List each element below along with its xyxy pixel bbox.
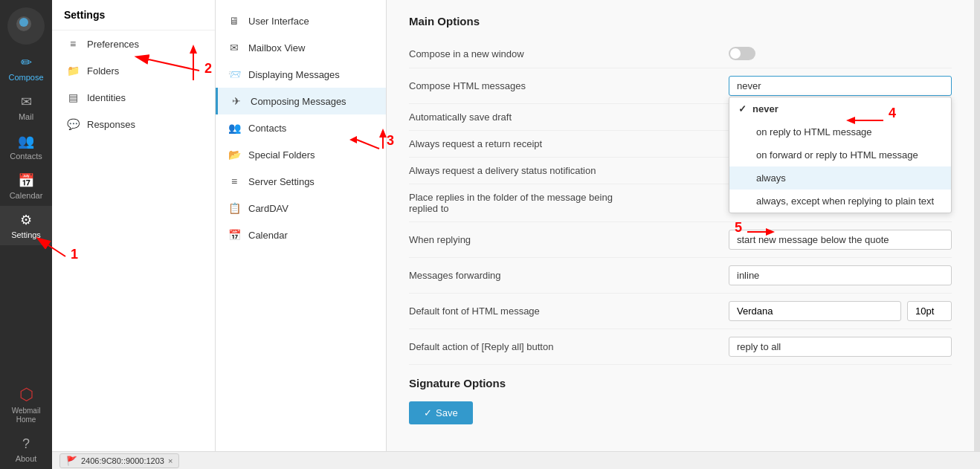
compose-html-value: never: [737, 80, 761, 91]
sub-nav-mailbox-view[interactable]: ✉ Mailbox View: [216, 34, 386, 61]
forwarding-field[interactable]: inline: [729, 265, 952, 285]
sidebar-calendar-label: Calendar: [10, 191, 43, 200]
sidebar-item-calendar[interactable]: 📅 Calendar: [0, 166, 52, 206]
option-row-compose-window: Compose in a new window: [409, 39, 952, 68]
sub-nav-composing-messages[interactable]: ✈ Composing Messages: [216, 88, 386, 114]
dropdown-never[interactable]: ✓ never: [729, 97, 951, 120]
responses-label: Responses: [87, 119, 135, 130]
status-tab-label: 2406:9C80::9000:1203: [81, 456, 164, 465]
default-font-label: Default font of HTML message: [409, 305, 540, 317]
contacts-icon: 👥: [18, 133, 34, 149]
server-settings-icon: ≡: [228, 175, 241, 187]
sub-nav-calendar[interactable]: 📅 Calendar: [216, 221, 386, 248]
when-replying-field[interactable]: start new message below the quote: [729, 230, 952, 250]
settings-icon: ⚙: [20, 212, 32, 228]
compose-window-control: [729, 47, 952, 60]
font-fields: Verdana 10pt: [729, 301, 952, 321]
dropdown-on-forward[interactable]: on forward or reply to HTML message: [729, 143, 951, 166]
dropdown-on-reply[interactable]: on reply to HTML message: [729, 120, 951, 143]
carddav-label: CardDAV: [248, 203, 288, 214]
calendar-sub-icon: 📅: [228, 229, 241, 241]
when-replying-control: start new message below the quote: [729, 230, 952, 250]
sub-nav-server-settings[interactable]: ≡ Server Settings: [216, 168, 386, 195]
composing-messages-icon: ✈: [230, 95, 243, 107]
auto-save-label: Automatically save draft: [409, 111, 512, 123]
sub-nav-user-interface[interactable]: 🖥 User Interface: [216, 7, 386, 34]
settings-nav: Settings ≡ Preferences 📁 Folders ▤ Ident…: [52, 0, 216, 469]
compose-html-control: never ✓ never on reply to HTML message o…: [729, 76, 952, 96]
user-interface-label: User Interface: [248, 16, 309, 27]
forwarding-label: Messages forwarding: [409, 270, 501, 281]
displaying-messages-icon: 📨: [228, 68, 241, 80]
option-row-when-replying: When replying start new message below th…: [409, 222, 952, 258]
sidebar-item-contacts[interactable]: 👥 Contacts: [0, 127, 52, 166]
dropdown-never-label: never: [752, 103, 778, 114]
font-size-field[interactable]: 10pt: [907, 301, 952, 321]
dropdown-on-forward-label: on forward or reply to HTML message: [756, 149, 918, 161]
status-tab[interactable]: 🚩 2406:9C80::9000:1203 ×: [59, 453, 179, 468]
dropdown-always-except-label: always, except when replying to plain te…: [756, 195, 934, 207]
settings-nav-responses[interactable]: 💬 Responses: [52, 111, 215, 138]
dropdown-on-reply-label: on reply to HTML message: [756, 126, 872, 138]
carddav-icon: 📋: [228, 202, 241, 214]
sub-nav-carddav[interactable]: 📋 CardDAV: [216, 195, 386, 221]
sidebar-item-settings[interactable]: ⚙ Settings: [0, 206, 52, 245]
preferences-icon: ≡: [66, 38, 80, 50]
sub-nav-contacts[interactable]: 👥 Contacts: [216, 114, 386, 141]
dropdown-always-label: always: [756, 172, 786, 184]
compose-window-label: Compose in a new window: [409, 48, 524, 59]
font-family-field[interactable]: Verdana: [729, 301, 901, 321]
compose-html-label: Compose HTML messages: [409, 80, 526, 91]
close-tab-icon[interactable]: ×: [168, 456, 173, 465]
special-folders-icon: 📂: [228, 149, 241, 161]
signature-options-title: Signature Options: [409, 377, 952, 389]
sub-nav: 🖥 User Interface ✉ Mailbox View 📨 Displa…: [216, 0, 387, 469]
sidebar: ✏ Compose ✉ Mail 👥 Contacts 📅 Calendar ⚙…: [0, 0, 52, 469]
place-replies-label: Place replies in the folder of the messa…: [409, 192, 632, 214]
save-button[interactable]: ✓ Save: [409, 401, 473, 424]
status-bar: 🚩 2406:9C80::9000:1203 ×: [52, 451, 980, 469]
calendar-sub-label: Calendar: [248, 230, 288, 241]
sidebar-item-webmail[interactable]: ⬡ WebmailHome: [0, 379, 52, 430]
mailbox-view-label: Mailbox View: [248, 42, 305, 54]
save-label: Save: [436, 407, 458, 418]
sidebar-item-compose[interactable]: ✏ Compose: [0, 48, 52, 88]
identities-label: Identities: [87, 92, 126, 103]
return-receipt-label: Always request a return receipt: [409, 138, 542, 149]
compose-icon: ✏: [21, 54, 32, 71]
settings-nav-identities[interactable]: ▤ Identities: [52, 84, 215, 111]
reply-all-field[interactable]: reply to all: [729, 337, 952, 357]
about-icon: ?: [22, 436, 30, 452]
calendar-icon: 📅: [18, 172, 34, 189]
sub-nav-special-folders[interactable]: 📂 Special Folders: [216, 141, 386, 168]
sidebar-item-about[interactable]: ? About: [0, 430, 52, 469]
scrollbar[interactable]: [974, 0, 980, 469]
main-content: Main Options Compose in a new window Com…: [387, 0, 974, 469]
settings-nav-folders[interactable]: 📁 Folders: [52, 57, 215, 84]
sidebar-mail-label: Mail: [19, 112, 33, 121]
compose-html-dropdown: ✓ never on reply to HTML message on forw…: [729, 97, 952, 213]
compose-window-toggle[interactable]: [729, 47, 755, 60]
displaying-messages-label: Displaying Messages: [248, 69, 340, 80]
folders-icon: 📁: [66, 65, 80, 77]
default-font-control: Verdana 10pt: [729, 301, 952, 321]
identities-icon: ▤: [66, 91, 80, 103]
dropdown-always[interactable]: always: [729, 166, 951, 190]
composing-messages-label: Composing Messages: [251, 96, 346, 107]
app-logo: [7, 7, 45, 45]
flag-icon: 🚩: [66, 456, 77, 466]
sidebar-item-mail[interactable]: ✉ Mail: [0, 88, 52, 127]
option-row-compose-html: Compose HTML messages never ✓ never on r…: [409, 68, 952, 104]
checkmark-icon: ✓: [738, 103, 747, 114]
responses-icon: 💬: [66, 118, 80, 130]
sidebar-settings-label: Settings: [11, 230, 41, 239]
settings-nav-preferences[interactable]: ≡ Preferences: [52, 30, 215, 57]
folders-label: Folders: [87, 65, 119, 77]
option-row-default-font: Default font of HTML message Verdana 10p…: [409, 294, 952, 329]
contacts-sub-icon: 👥: [228, 122, 241, 134]
reply-all-control: reply to all: [729, 337, 952, 357]
dropdown-always-except[interactable]: always, except when replying to plain te…: [729, 190, 951, 213]
settings-title: Settings: [52, 0, 215, 30]
sub-nav-displaying-messages[interactable]: 📨 Displaying Messages: [216, 61, 386, 88]
compose-html-select[interactable]: never: [729, 76, 952, 96]
